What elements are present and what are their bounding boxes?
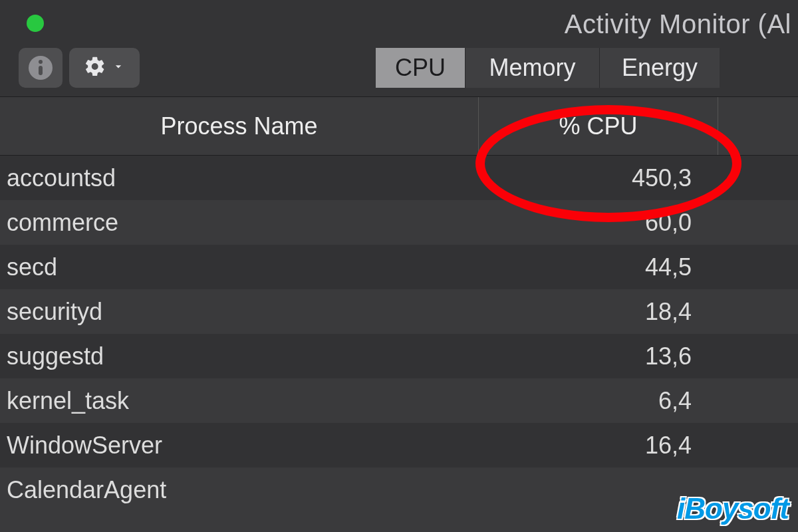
process-table: accountsd 450,3 commerce 60,0 secd 44,5 … [0, 156, 798, 512]
info-icon [29, 56, 53, 80]
watermark: iBoysoft [677, 492, 789, 525]
process-cpu-cell: 60,0 [479, 209, 718, 237]
process-cpu-cell: 16,4 [479, 432, 718, 460]
process-name-cell: securityd [0, 298, 479, 326]
column-header-process-name[interactable]: Process Name [0, 97, 479, 155]
gear-icon [84, 55, 106, 80]
process-cpu-cell: 18,4 [479, 298, 718, 326]
process-name-cell: CalendarAgent [0, 476, 479, 504]
process-cpu-cell: 13,6 [479, 342, 718, 370]
tab-cpu[interactable]: CPU [376, 48, 466, 88]
table-row[interactable]: commerce 60,0 [0, 200, 798, 245]
process-name-cell: suggestd [0, 342, 479, 370]
process-cpu-cell: 6,4 [479, 387, 718, 415]
tab-memory[interactable]: Memory [466, 48, 600, 88]
table-row[interactable]: WindowServer 16,4 [0, 423, 798, 467]
table-row[interactable]: accountsd 450,3 [0, 156, 798, 200]
process-name-cell: kernel_task [0, 387, 479, 415]
chevron-down-icon [112, 60, 125, 76]
process-name-cell: secd [0, 253, 479, 281]
table-row[interactable]: suggestd 13,6 [0, 334, 798, 378]
table-row[interactable]: secd 44,5 [0, 245, 798, 289]
info-button[interactable] [19, 48, 63, 88]
process-cpu-cell: 44,5 [479, 253, 718, 281]
tab-energy[interactable]: Energy [600, 48, 720, 88]
table-row[interactable]: securityd 18,4 [0, 289, 798, 334]
column-header-cpu[interactable]: % CPU [479, 97, 718, 155]
column-header-row: Process Name % CPU [0, 97, 798, 156]
category-tabs: CPU Memory Energy [376, 48, 798, 88]
table-row[interactable]: kernel_task 6,4 [0, 378, 798, 423]
process-cpu-cell: 450,3 [479, 164, 718, 192]
activity-monitor-window: Activity Monitor (Al CPU Memory Energy P… [0, 0, 798, 532]
window-title: Activity Monitor (Al [0, 9, 798, 39]
process-name-cell: accountsd [0, 164, 479, 192]
titlebar: Activity Monitor (Al [0, 0, 798, 40]
process-name-cell: WindowServer [0, 432, 479, 460]
process-name-cell: commerce [0, 209, 479, 237]
toolbar: CPU Memory Energy [0, 40, 798, 97]
gear-dropdown-button[interactable] [69, 48, 140, 88]
